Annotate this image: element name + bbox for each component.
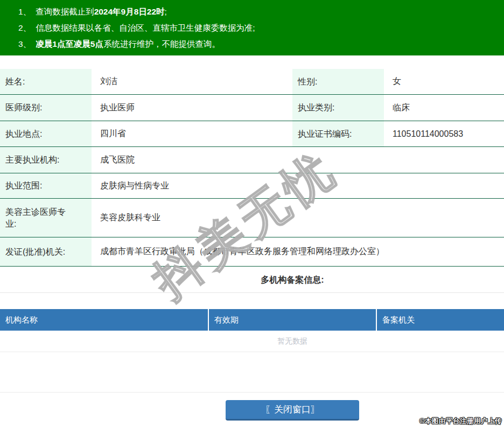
field-gender: 性别: 女 [292, 69, 504, 94]
notice-line-1: 1、查询数据截止到2024年9月8日22时; [18, 4, 504, 20]
result-content: 姓名: 刘洁 性别: 女 医师级别: 执业医师 执业类别: 临床 [0, 69, 504, 421]
field-issuing-authority: 发证(批准)机关: 成都市青羊区行政审批局（成都市青羊区政务服务管理和网络理政办… [0, 237, 504, 266]
upload-credit-watermark: ©本图由平台注册用户上传 [419, 417, 502, 426]
gender-label: 性别: [292, 69, 384, 94]
column-header-filing-authority: 备案机关 [376, 309, 504, 331]
field-cosmetic-specialty: 美容主诊医师专业: 美容皮肤科专业 [0, 199, 504, 237]
close-window-button[interactable]: 〖关闭窗口〗 [226, 400, 359, 421]
certificate-number-value: 110510114000583 [384, 121, 504, 146]
table-row: 美容主诊医师专业: 美容皮肤科专业 [0, 199, 504, 237]
notice-number: 3、 [18, 39, 31, 48]
practice-scope-label: 执业范围: [0, 173, 92, 198]
notice-text: 系统进行维护，不能提供查询。 [103, 39, 220, 48]
field-practice-location: 执业地点: 四川省 [0, 121, 292, 146]
notice-text: ; [165, 7, 167, 16]
cosmetic-specialty-value: 美容皮肤科专业 [92, 199, 504, 237]
notice-number: 2、 [18, 23, 31, 32]
table-row: 医师级别: 执业医师 执业类别: 临床 [0, 95, 504, 121]
column-header-validity-period: 有效期 [208, 309, 376, 331]
table-row: 执业地点: 四川省 执业证书编码: 110510114000583 [0, 121, 504, 147]
main-institution-value: 成飞医院 [92, 147, 504, 173]
notice-line-2: 2、信息数据结果以各省、自治区、直辖市卫生健康委数据为准; [18, 20, 504, 36]
name-value: 刘洁 [92, 69, 292, 94]
field-doctor-level: 医师级别: 执业医师 [0, 95, 292, 121]
practice-category-label: 执业类别: [292, 95, 384, 121]
notice-number: 1、 [18, 7, 31, 16]
empty-table-body [0, 352, 504, 393]
doctor-level-label: 医师级别: [0, 95, 92, 121]
notice-text: 查询数据截止到 [36, 7, 94, 16]
field-main-institution: 主要执业机构: 成飞医院 [0, 147, 504, 173]
divider [0, 292, 504, 293]
issuing-authority-value: 成都市青羊区行政审批局（成都市青羊区政务服务管理和网络理政办公室） [92, 237, 504, 266]
column-header-institution-name: 机构名称 [0, 309, 208, 331]
table-row: 姓名: 刘洁 性别: 女 [0, 69, 504, 95]
table-row: 执业范围: 皮肤病与性病专业 [0, 173, 504, 199]
notice-line-3: 3、凌晨1点至凌晨5点系统进行维护，不能提供查询。 [18, 36, 504, 52]
filing-table-header: 机构名称 有效期 备案机关 [0, 309, 504, 331]
notice-text: 信息数据结果以各省、自治区、直辖市卫生健康委数据为准; [36, 23, 255, 32]
practice-category-value: 临床 [384, 95, 504, 121]
notice-text-bold: 凌晨1点至凌晨5点 [36, 39, 103, 48]
field-practice-scope: 执业范围: 皮肤病与性病专业 [0, 173, 504, 198]
field-name: 姓名: 刘洁 [0, 69, 292, 94]
notice-text-bold: 2024年9月8日22时 [94, 7, 165, 16]
query-result-page: 1、查询数据截止到2024年9月8日22时; 2、信息数据结果以各省、自治区、直… [0, 0, 504, 427]
gender-value: 女 [384, 69, 504, 94]
table-row: 主要执业机构: 成飞医院 [0, 147, 504, 173]
cosmetic-specialty-label: 美容主诊医师专业: [0, 199, 92, 237]
name-label: 姓名: [0, 69, 92, 94]
field-practice-category: 执业类别: 临床 [292, 95, 504, 121]
empty-data-text: 暂无数据 [0, 331, 504, 352]
doctor-level-value: 执业医师 [92, 95, 292, 121]
practice-location-label: 执业地点: [0, 121, 92, 146]
notice-banner: 1、查询数据截止到2024年9月8日22时; 2、信息数据结果以各省、自治区、直… [0, 0, 504, 55]
issuing-authority-label: 发证(批准)机关: [0, 237, 92, 266]
filing-section-title: 多机构备案信息: [0, 275, 504, 286]
table-row: 发证(批准)机关: 成都市青羊区行政审批局（成都市青羊区政务服务管理和网络理政办… [0, 237, 504, 267]
main-institution-label: 主要执业机构: [0, 147, 92, 173]
practice-scope-value: 皮肤病与性病专业 [92, 173, 504, 198]
practitioner-info-table: 姓名: 刘洁 性别: 女 医师级别: 执业医师 执业类别: 临床 [0, 69, 504, 267]
field-certificate-number: 执业证书编码: 110510114000583 [292, 121, 504, 146]
certificate-number-label: 执业证书编码: [292, 121, 384, 146]
practice-location-value: 四川省 [92, 121, 292, 146]
